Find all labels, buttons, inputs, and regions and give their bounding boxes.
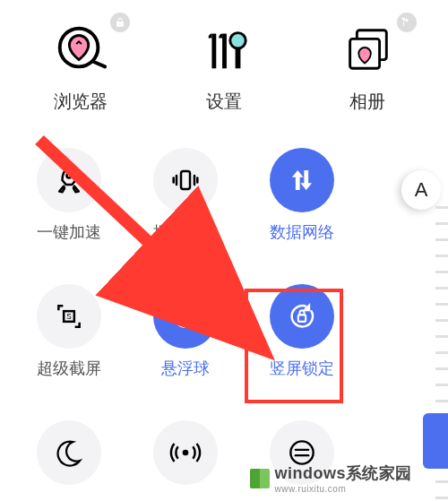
- screenshot-icon: S: [37, 284, 101, 349]
- browser-label: 浏览器: [54, 90, 108, 114]
- data-toggle[interactable]: 数据网络: [244, 148, 360, 264]
- settings-icon: [193, 18, 255, 81]
- hotspot-toggle[interactable]: [127, 420, 244, 501]
- svg-rect-3: [222, 34, 227, 69]
- svg-rect-2: [211, 34, 216, 69]
- settings-label: 设置: [206, 90, 242, 114]
- svg-point-8: [67, 174, 72, 178]
- watermark-sub: www.ruixitu.com: [275, 484, 413, 494]
- rocket-icon: [37, 148, 101, 212]
- gallery-icon: [336, 18, 399, 81]
- hotspot-icon: [153, 420, 218, 485]
- data-label: 数据网络: [270, 221, 334, 243]
- lock-icon: [110, 13, 130, 32]
- svg-text:S: S: [66, 312, 72, 321]
- vibrate-label: 振动模式: [153, 221, 218, 243]
- lock-icon: [397, 13, 417, 32]
- browser-icon: [49, 18, 112, 81]
- watermark-main: windows系统家园: [275, 462, 413, 484]
- data-arrows-icon: [270, 148, 334, 212]
- svg-point-16: [183, 450, 189, 456]
- watermark-logo-icon: [250, 469, 270, 488]
- assistive-a-label: A: [415, 178, 428, 202]
- settings-app[interactable]: 设置: [157, 18, 291, 114]
- svg-rect-9: [181, 171, 190, 189]
- gallery-app[interactable]: 相册: [300, 18, 435, 114]
- browser-app[interactable]: 浏览器: [13, 18, 148, 114]
- svg-rect-5: [236, 48, 241, 68]
- vibrate-icon: [153, 148, 218, 212]
- vibrate-toggle[interactable]: 振动模式: [127, 148, 244, 264]
- svg-point-17: [290, 441, 313, 463]
- annotate-highlight-box: [245, 289, 343, 403]
- moon-icon: [37, 420, 101, 485]
- svg-point-14: [184, 315, 186, 317]
- boost-label: 一键加速: [37, 221, 101, 243]
- screenshot-label: 超级截屏: [37, 358, 101, 379]
- app-shortcuts-row: 浏览器 设置 相册: [0, 0, 448, 121]
- svg-line-1: [93, 62, 106, 67]
- quick-toggles-grid: 一键加速 振动模式 数据网络 S 超级截屏 悬浮球: [0, 148, 448, 501]
- screenshot-toggle[interactable]: S 超级截屏: [11, 284, 127, 401]
- watermark: windows系统家园 www.ruixitu.com: [250, 462, 413, 494]
- floatball-toggle[interactable]: 悬浮球: [127, 284, 244, 401]
- side-tab[interactable]: [423, 413, 448, 469]
- assistive-a-button[interactable]: A: [401, 170, 441, 210]
- svg-point-4: [230, 33, 246, 48]
- floatball-label: 悬浮球: [161, 358, 210, 379]
- gallery-label: 相册: [349, 90, 385, 114]
- target-icon: [153, 284, 218, 349]
- boost-toggle[interactable]: 一键加速: [11, 148, 127, 264]
- night-toggle[interactable]: [11, 420, 127, 501]
